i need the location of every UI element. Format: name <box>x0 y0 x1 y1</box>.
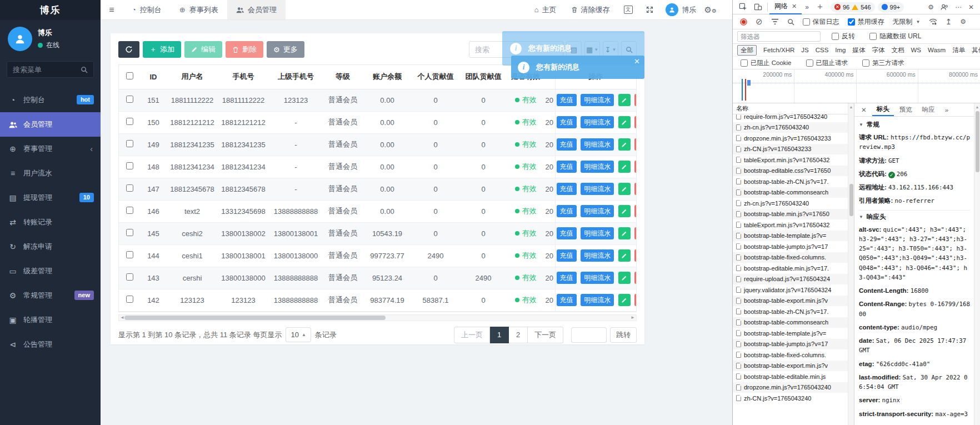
recharge-button[interactable]: 充值 <box>557 94 577 106</box>
request-row[interactable]: bootstrap-table-editable.min.js <box>733 371 854 382</box>
sidebar-item-announcements[interactable]: ⊲ 公告管理 <box>0 332 101 357</box>
page-2-button[interactable]: 2 <box>509 327 528 343</box>
col-phone[interactable]: 手机号 <box>218 65 269 89</box>
search-icon[interactable] <box>81 66 88 73</box>
scrollbar-thumb[interactable] <box>849 184 853 216</box>
edit-row-button[interactable] <box>618 94 631 106</box>
row-checkbox[interactable] <box>126 162 133 169</box>
sidebar-item-transfers[interactable]: ⇄ 转账记录 <box>0 210 101 234</box>
select-all-checkbox[interactable] <box>126 72 133 79</box>
row-checkbox[interactable] <box>126 296 133 303</box>
sidebar-item-unfreeze[interactable]: ↻ 解冻申请 <box>0 234 101 259</box>
sidebar-item-events[interactable]: ⊕ 赛事管理 ‹ <box>0 137 101 161</box>
devtools-menu-icon[interactable]: ⋯ <box>952 0 965 14</box>
request-row[interactable]: bootstrap-table-jumpto.js?v=17 <box>733 339 854 350</box>
fullscreen-icon[interactable] <box>639 0 660 19</box>
sidebar-item-level-diff[interactable]: ▭ 级差管理 <box>0 259 101 283</box>
row-checkbox[interactable] <box>126 184 133 192</box>
row-checkbox[interactable] <box>126 207 133 214</box>
delete-row-button[interactable] <box>634 116 636 128</box>
delete-row-button[interactable] <box>634 138 636 151</box>
scroll-up-icon[interactable]: ▲ <box>848 105 854 109</box>
request-row[interactable]: bootstrap-table-template.js?v= <box>733 328 854 339</box>
type-filter-chip[interactable]: 媒体 <box>853 46 866 54</box>
col-id[interactable]: ID <box>140 65 167 89</box>
inspect-element-icon[interactable] <box>736 0 751 14</box>
type-filter-chip[interactable]: JS <box>801 47 808 53</box>
sidebar-item-carousel[interactable]: ▣ 轮播管理 <box>0 308 101 332</box>
delete-row-button[interactable] <box>634 294 636 306</box>
filter-icon[interactable] <box>768 14 782 29</box>
type-filter-chip[interactable]: 文档 <box>892 46 904 54</box>
sidebar-item-user-flow[interactable]: ≡ 用户流水 <box>0 161 101 186</box>
general-section-header[interactable]: ▼ 常规 <box>859 118 970 131</box>
response-headers-section-header[interactable]: ▼ 响应头 <box>859 210 970 223</box>
scroll-up-icon[interactable]: ▲ <box>974 105 980 109</box>
page-size-select[interactable]: 10▲ <box>286 327 311 342</box>
menu-search-input[interactable] <box>13 66 81 74</box>
flow-detail-button[interactable]: 明细流水 <box>581 138 614 151</box>
recharge-button[interactable]: 充值 <box>557 227 577 239</box>
recharge-button[interactable]: 充值 <box>557 116 577 128</box>
horizontal-scrollbar[interactable]: ◄ ► <box>118 314 637 321</box>
close-devtools-icon[interactable]: ✕ <box>965 0 977 14</box>
col-parent-phone[interactable]: 上级手机号 <box>269 65 323 89</box>
details-scrollbar[interactable]: ▲ <box>974 103 980 425</box>
request-row[interactable]: require-upload.js?v=176504324 <box>733 274 854 285</box>
sidebar-item-withdrawals[interactable]: ▤ 提现管理 10 <box>0 186 101 210</box>
recharge-button[interactable]: 充值 <box>557 294 577 306</box>
tab-network[interactable]: 网络 ✕ <box>769 0 802 14</box>
row-checkbox[interactable] <box>126 251 133 258</box>
request-row[interactable]: dropzone.min.js?v=1765043240 <box>733 382 854 393</box>
translate-icon[interactable]: 文 <box>617 0 639 19</box>
hide-data-url-checkbox[interactable]: 隐藏数据 URL <box>869 32 921 41</box>
refresh-button[interactable] <box>118 41 139 58</box>
device-toolbar-icon[interactable] <box>751 0 766 14</box>
request-row[interactable]: bootstrap-table-export.min.js?v <box>733 361 854 372</box>
delete-button[interactable]: 删除 <box>226 41 263 58</box>
recharge-button[interactable]: 充值 <box>557 272 577 284</box>
col-personal[interactable]: 个人贡献值 <box>412 65 459 89</box>
preserve-log-checkbox[interactable]: 保留日志 <box>803 17 839 27</box>
more-button[interactable]: ⚙更多 <box>267 41 304 58</box>
sidebar-toggle-icon[interactable]: ≡ <box>101 5 123 15</box>
prev-page-button[interactable]: 上一页 <box>454 327 490 343</box>
request-row[interactable]: bootstrap-table-commonsearch <box>733 317 854 328</box>
throttling-select[interactable]: 无限制 ▼ <box>893 17 921 27</box>
scrollbar-thumb[interactable] <box>976 111 979 172</box>
col-level[interactable]: 等级 <box>323 65 363 89</box>
request-row[interactable]: zh-cn.js?v=1765043240 <box>733 122 854 133</box>
edit-row-button[interactable] <box>618 205 631 217</box>
add-tab-icon[interactable]: ＋ <box>812 0 828 14</box>
edit-row-button[interactable] <box>618 294 631 306</box>
sidebar-item-members[interactable]: 会员管理 <box>0 112 101 137</box>
issues-badge[interactable]: 99+ <box>878 2 904 12</box>
flow-detail-button[interactable]: 明细流水 <box>581 205 614 217</box>
flow-detail-button[interactable]: 明细流水 <box>581 249 614 262</box>
type-filter-chip[interactable]: 字体 <box>872 46 885 54</box>
network-settings-icon[interactable]: ⚙ <box>957 14 969 29</box>
recharge-button[interactable]: 充值 <box>557 249 577 262</box>
recharge-button[interactable]: 充值 <box>557 205 577 217</box>
request-row[interactable]: bootstrap-table-zh-CN.js?v=17. <box>733 176 854 187</box>
request-row[interactable]: bootstrap-table-zh-CN.js?v=17. <box>733 306 854 317</box>
request-row[interactable]: bootstrap-table-fixed-columns. <box>733 252 854 263</box>
type-filter-chip[interactable]: 其他 <box>972 46 980 54</box>
edit-row-button[interactable] <box>618 227 631 239</box>
edit-row-button[interactable] <box>618 116 631 128</box>
page-1-button[interactable]: 1 <box>490 327 509 343</box>
type-filter-chip[interactable]: 清单 <box>952 46 965 54</box>
delete-row-button[interactable] <box>634 272 636 284</box>
type-filter-chip[interactable]: 全部 <box>737 45 757 56</box>
home-link[interactable]: ⌂ 主页 <box>527 0 564 19</box>
more-tabs-icon[interactable]: » <box>802 0 812 14</box>
settings-cogs-icon[interactable]: ⚙⚙ <box>697 5 724 15</box>
scrollbar-thumb[interactable] <box>124 316 386 320</box>
network-filter-input[interactable] <box>737 31 821 42</box>
topbar-username[interactable]: 博乐 <box>682 5 697 15</box>
request-row[interactable]: bootstrap-table-fixed-columns. <box>733 349 854 361</box>
type-filter-chip[interactable]: Fetch/XHR <box>763 47 794 53</box>
close-tab-icon[interactable]: ✕ <box>792 3 797 10</box>
edit-row-button[interactable] <box>618 138 631 151</box>
blocked-cookies-checkbox[interactable]: 已阻止 Cookie <box>741 59 792 67</box>
